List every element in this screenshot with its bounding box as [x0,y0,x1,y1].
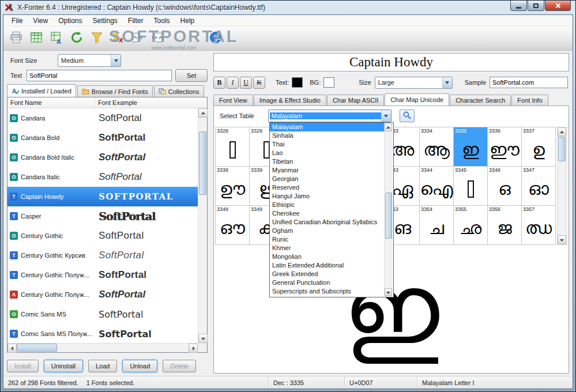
set-button[interactable]: Set [175,69,208,82]
uninstall-button[interactable]: Uninstall [44,360,83,372]
menu-item-view[interactable]: View [28,16,53,26]
font-browser-icon[interactable]: A [47,29,66,48]
char-cell[interactable]: 3345 [454,167,488,206]
menu-item-file[interactable]: File [6,16,28,26]
scroll-right-icon[interactable] [189,344,198,353]
chevron-down-icon[interactable] [111,55,121,66]
maximize-button[interactable] [528,1,544,11]
dropdown-item[interactable]: Runic [270,235,385,244]
scroll-thumb[interactable] [385,193,392,239]
bold-button[interactable]: B [213,77,225,89]
font-row[interactable]: ACentury Gothic Полуж...SoftPortal [7,285,198,304]
clear-filter-icon[interactable] [108,29,126,48]
char-cell[interactable]: 3337ഉ [522,127,556,167]
sample-input[interactable] [490,77,568,88]
dropdown-item[interactable]: Ethiopic [270,201,385,209]
char-cell[interactable]: 3334ആ [420,127,454,167]
char-cell[interactable]: 3346ഒ [488,167,522,206]
close-button[interactable] [545,1,571,11]
font-row[interactable]: TCasperSoftPortal [7,206,198,226]
dropdown-item[interactable]: Myanmar [270,166,385,175]
char-cell[interactable]: 3355ഛ [454,206,488,245]
install-button[interactable]: Install [7,360,39,372]
filter-icon[interactable] [88,29,106,48]
dropdown-item[interactable]: Tibetan [270,157,385,166]
grid-vscrollbar[interactable] [557,127,567,245]
text-color-swatch[interactable] [292,77,303,88]
character-search-button[interactable] [400,110,415,122]
font-row[interactable]: TCentury Gothic КурсивSoftPortal [7,246,198,265]
dropdown-item[interactable]: General Punctuation [270,278,385,287]
dropdown-item[interactable]: Georgian [270,175,385,183]
font-row[interactable]: OCandaraSoftPortal [7,108,198,128]
font-row[interactable]: OCentury GothicSoftPortal [7,226,198,246]
char-cell[interactable]: 3347ഓ [522,167,556,206]
dropdown-item[interactable]: Thai [270,140,385,149]
dropdown-item[interactable]: Hangul Jamo [270,192,385,201]
tab-image-effect-studio[interactable]: Image & Effect Studio [254,95,326,105]
scroll-up-icon[interactable] [558,127,566,137]
dropdown-item[interactable]: Ogham [270,227,385,235]
print-icon[interactable] [7,29,25,48]
scroll-thumb[interactable] [17,344,57,352]
dropdown-item[interactable]: Malayalam [270,123,385,131]
tab-collections[interactable]: Collections [154,85,204,97]
help-icon[interactable]: ? [206,29,225,48]
export-font-icon[interactable]: A [128,29,146,48]
bg-color-swatch[interactable] [323,77,334,88]
menu-item-settings[interactable]: Settings [88,16,123,26]
dropdown-item[interactable]: Reserved [270,183,385,192]
char-cell[interactable]: 3354ച [420,206,454,245]
titlebar[interactable]: X-Fonter 6.4 : Unregistered : Captain Ho… [1,1,575,14]
dropdown-item[interactable]: Khmer [270,244,385,252]
load-button[interactable]: Load [88,360,117,372]
scroll-thumb[interactable] [558,137,566,161]
scroll-down-icon[interactable] [198,334,208,343]
scroll-thumb[interactable] [199,131,206,195]
tab-font-info[interactable]: Font Info [511,95,548,105]
column-font-name[interactable]: Font Name [7,97,95,108]
char-cell[interactable]: 3338ഊ [216,167,250,206]
unload-button[interactable]: Unload [122,360,157,372]
char-cell[interactable]: 3328 [216,127,250,167]
preview-text-input[interactable] [27,70,172,81]
tab-char-map-unicode[interactable]: Char Map Unicode [385,93,449,105]
font-row[interactable]: OCandara ItalicSoftPortal [7,167,198,187]
column-font-example[interactable]: Font Example [95,97,207,108]
x-fonter-logo-icon[interactable] [5,3,14,12]
chevron-down-icon[interactable] [381,110,391,122]
char-cell[interactable]: 3357ഝ [522,206,556,245]
font-row[interactable]: TComic Sans MS Полуж...SoftPortal [7,324,198,343]
tab-browse-find-fonts[interactable]: Browse / Find Fonts [77,85,153,97]
import-font-icon[interactable]: A [148,29,167,48]
scroll-up-icon[interactable] [385,123,392,131]
char-cell[interactable]: 3356ജ [488,206,522,245]
tab-installed-loaded[interactable]: AInstalled / Loaded [7,84,76,97]
dropdown-item[interactable]: Latin Extended Additional [270,261,385,270]
font-list-hscrollbar[interactable] [7,343,198,352]
dropdown-scrollbar[interactable] [384,123,393,296]
delete-button[interactable]: Delete [163,360,196,372]
minimize-button[interactable] [510,1,527,11]
dropdown-item[interactable]: Unified Canadian Aboriginal Syllabics [270,218,385,227]
chevron-down-icon[interactable] [442,77,452,88]
menu-item-options[interactable]: Options [53,16,87,26]
char-cell[interactable]: 3348ഔ [216,206,250,245]
font-row[interactable]: TCentury Gothic Полуж...SoftPortal [7,265,198,285]
font-row[interactable]: TCaptain HowdySOFTPORTAL [7,187,198,206]
font-row[interactable]: OComic Sans MSSoftPortal [7,304,198,324]
font-size-combobox[interactable]: Medium [58,54,121,67]
underline-button[interactable]: U [240,77,252,89]
dropdown-item[interactable]: Sinhala [270,131,385,140]
scroll-up-icon[interactable] [198,108,208,118]
strikeout-button[interactable]: K [253,77,265,89]
scroll-left-icon[interactable] [7,344,17,353]
italic-button[interactable]: I [227,77,239,89]
dropdown-item[interactable]: Cherokee [270,209,385,218]
tab-character-search[interactable]: Character Search [450,95,511,105]
menu-item-help[interactable]: Help [175,16,200,26]
scroll-down-icon[interactable] [558,235,566,244]
unicode-table-combobox[interactable]: Malayalam [268,110,391,122]
tab-font-view[interactable]: Font View [213,95,253,105]
char-cell[interactable]: 3344ഐ [420,167,454,206]
